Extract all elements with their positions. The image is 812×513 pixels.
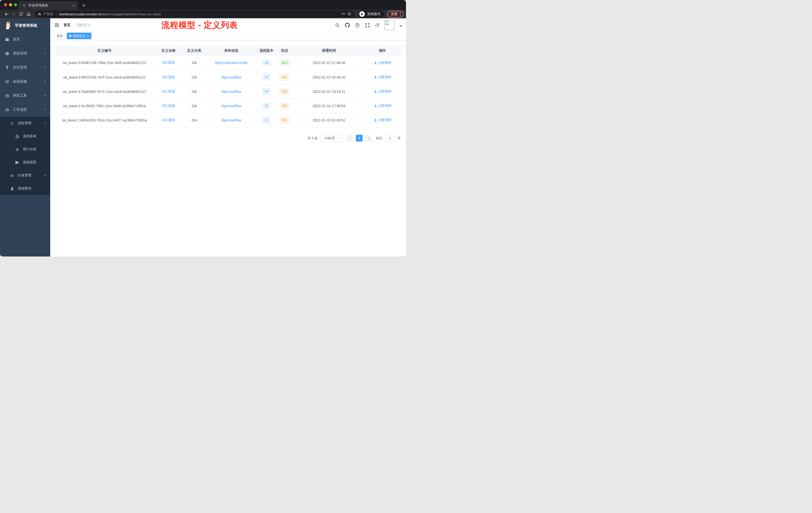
table-header-row: 定义编号 定义名称 定义分类 表单信息 流程版本 状态 部署时间 操作	[56, 46, 401, 56]
col-header-category: 定义分类	[183, 46, 205, 56]
sidebar-item-infrastructure[interactable]: 基础设施	[0, 74, 50, 89]
update-label: 更新	[391, 12, 398, 16]
sidebar-item-payment[interactable]: ¥ 支付管理	[0, 60, 50, 74]
definition-name-link[interactable]: OA 请假	[162, 118, 175, 122]
sidebar-item-home[interactable]: 首页	[0, 32, 50, 47]
version-badge: v5	[262, 59, 271, 66]
app-title: 芋道管理系统	[15, 23, 37, 28]
address-bar[interactable]: 不安全 dashboard.yudao.iocoder.cn/bpm/manag…	[35, 10, 354, 18]
sidebar-item-task-management[interactable]: 任务管理	[0, 169, 50, 182]
sidebar-item-system[interactable]: 系统管理	[0, 47, 50, 60]
tab-title: 芋道管理系统	[28, 3, 70, 8]
back-button[interactable]	[2, 10, 9, 18]
sidebar-logo[interactable]: 芋道管理系统	[0, 18, 50, 32]
chevron-down-icon	[44, 94, 47, 98]
window-controls	[4, 3, 17, 6]
cell-category: OA	[183, 70, 205, 84]
browser-tab[interactable]: 芋道管理系统	[19, 1, 78, 10]
new-tab-button[interactable]	[80, 2, 87, 8]
status-badge: 挂起	[279, 74, 290, 80]
fullscreen-icon[interactable]	[365, 23, 370, 28]
definition-name-link[interactable]: OA 请假	[162, 104, 175, 108]
cell-category: OA	[183, 56, 205, 70]
chevron-down-icon	[44, 52, 47, 56]
chevron-left-icon	[348, 137, 351, 140]
url-separator	[56, 12, 57, 16]
col-header-version: 流程版本	[258, 46, 275, 56]
sidebar-menu: 首页 系统管理 ¥ 支付管理	[0, 32, 50, 195]
user-icon	[374, 76, 377, 79]
page-size-select[interactable]: 10条/页	[320, 135, 344, 142]
minimize-window-button[interactable]	[9, 3, 12, 6]
maximize-window-button[interactable]	[14, 3, 17, 6]
reload-button[interactable]	[18, 10, 25, 18]
browser-toolbar: 不安全 dashboard.yudao.iocoder.cn/bpm/manag…	[0, 10, 406, 18]
robot-icon	[15, 147, 19, 152]
sidebar-item-user-group[interactable]: 用户分组	[0, 143, 50, 156]
avatar-caret-icon[interactable]	[400, 25, 402, 28]
prev-page-button[interactable]	[347, 135, 353, 142]
page-1-button[interactable]: 1	[356, 135, 362, 142]
assign-rule-link[interactable]: 分配规则	[374, 89, 392, 94]
logo-avatar	[4, 22, 12, 29]
search-icon[interactable]	[335, 23, 340, 28]
bookmark-star-icon[interactable]	[347, 11, 351, 17]
close-window-button[interactable]	[4, 3, 7, 6]
sidebar-item-process-model[interactable]: 流程模型	[0, 156, 50, 169]
home-button[interactable]	[25, 10, 32, 18]
forward-button[interactable]	[10, 10, 17, 18]
github-icon[interactable]	[345, 23, 350, 28]
form-info-link[interactable]: /bpm/oa/leave/create	[215, 61, 248, 65]
hamburger-icon[interactable]	[54, 23, 59, 28]
definition-name-link[interactable]: OA 请假	[162, 60, 175, 64]
help-icon[interactable]	[355, 23, 360, 28]
chevron-down-icon	[44, 80, 47, 84]
user-icon	[374, 61, 377, 64]
assign-rule-link[interactable]: 分配规则	[374, 118, 392, 122]
breadcrumb-home[interactable]: 首页	[63, 23, 70, 27]
chrome-update-button[interactable]: 更新	[387, 11, 404, 18]
version-badge: v3	[262, 88, 271, 95]
next-page-button[interactable]	[365, 135, 372, 142]
chevron-down-icon	[337, 137, 340, 140]
navbar-actions: TT	[335, 20, 402, 30]
tree-icon	[10, 174, 14, 178]
assign-rule-link[interactable]: 分配规则	[374, 103, 392, 108]
definition-table-body: oa_leave:5:004b710b-7b8a-11ec-8ef0-acde4…	[56, 56, 401, 127]
security-label[interactable]: 不安全	[43, 12, 54, 16]
sidebar: 芋道管理系统 首页 系统管理 ¥ 支付	[0, 18, 50, 256]
form-info-link[interactable]: /bpm/oa/flow	[221, 118, 241, 122]
incognito-label: 无痕模式	[367, 12, 381, 16]
chevron-down-icon	[44, 174, 47, 177]
sidebar-item-process-form[interactable]: 流程表单	[0, 130, 50, 143]
dashboard-icon	[5, 37, 9, 42]
toolbox-icon	[5, 94, 9, 98]
sidebar-item-leave-query[interactable]: 请假查询	[0, 182, 50, 195]
definition-name-link[interactable]: OA 请假	[162, 75, 175, 79]
tab-close-icon[interactable]	[72, 4, 75, 7]
goto-page-input[interactable]	[385, 135, 395, 142]
definition-name-link[interactable]: OA 请假	[162, 89, 175, 93]
warning-icon	[38, 12, 41, 16]
form-info-link[interactable]: /bpm/oa/flow	[221, 104, 241, 108]
version-badge: v1	[262, 117, 271, 123]
avatar[interactable]	[384, 20, 395, 30]
sidebar-item-workflow[interactable]: 工作流程	[0, 103, 50, 117]
cell-deploy-time: 2022-01-22 21:48:38	[294, 56, 364, 70]
sidebar-item-dev-tools[interactable]: 研发工具	[0, 89, 50, 103]
tag-close-icon[interactable]: ×	[86, 34, 89, 38]
font-size-icon[interactable]: TT	[375, 23, 379, 27]
assign-rule-link[interactable]: 分配规则	[374, 75, 392, 79]
yen-icon: ¥	[5, 65, 9, 70]
form-info-link[interactable]: /bpm/oa/flow	[221, 90, 241, 94]
tag-home[interactable]: 首页	[54, 33, 65, 39]
cell-definition-id: oa_leave:1:482ec033-762a-11ec-8477-a2380…	[56, 113, 153, 127]
tag-process-definition[interactable]: 流程定义 ×	[67, 33, 91, 39]
password-key-icon[interactable]	[341, 11, 346, 17]
chrome-menu-icon[interactable]	[400, 12, 401, 16]
breadcrumb: 首页 / 流程定义	[63, 23, 91, 27]
pagination-total: 共 5 条	[308, 136, 318, 141]
assign-rule-link[interactable]: 分配规则	[374, 60, 392, 65]
sidebar-item-process-management[interactable]: 流程管理	[0, 117, 50, 130]
form-info-link[interactable]: /bpm/oa/flow	[221, 75, 241, 79]
